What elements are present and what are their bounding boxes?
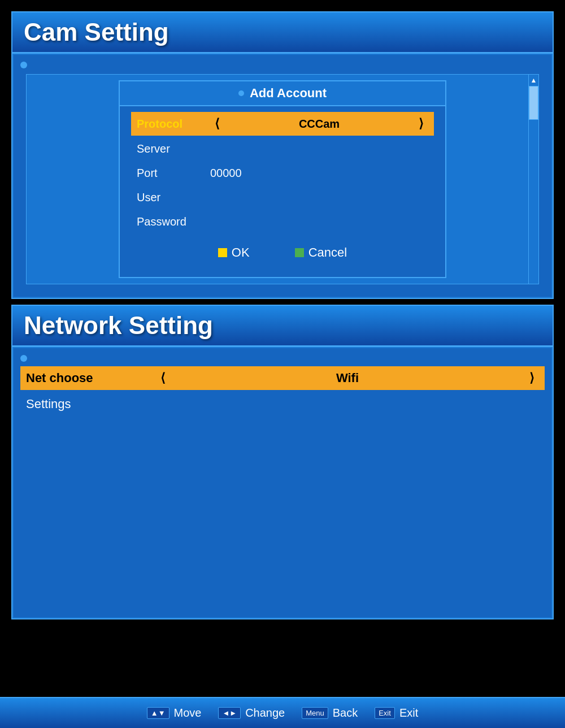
scrollbar-arrow-up[interactable]: ▲ xyxy=(529,75,538,86)
bottom-bar: ▲▼ Move ◄► Change Menu Back Exit Exit xyxy=(0,697,565,728)
sections-wrapper: Cam Setting ▲ Add Accou xyxy=(0,0,565,653)
network-section: Network Setting Net choose ⟨ Wifi ⟩ Sett… xyxy=(11,305,554,619)
password-label: Password xyxy=(137,215,210,228)
network-title: Network Setting xyxy=(24,311,213,339)
add-account-dialog: Add Account Protocol ⟨ CCCam ⟩ xyxy=(119,80,446,278)
dialog-buttons: OK Cancel xyxy=(131,234,434,266)
change-label: Change xyxy=(245,707,285,720)
network-body: Net choose ⟨ Wifi ⟩ Settings xyxy=(12,347,553,618)
ok-button[interactable]: OK xyxy=(218,245,250,260)
dialog-title: Add Account xyxy=(250,86,327,101)
exit-control[interactable]: Exit Exit xyxy=(375,707,418,720)
network-header: Network Setting xyxy=(12,306,553,347)
move-label: Move xyxy=(174,707,202,720)
server-row: Server xyxy=(131,137,434,161)
add-account-dialog-wrap: ▲ Add Account xyxy=(26,74,539,284)
protocol-value: CCCam xyxy=(299,118,340,131)
net-choose-label: Net choose xyxy=(26,371,156,385)
page-wrapper: Cam Setting ▲ Add Accou xyxy=(0,0,565,728)
net-left-arrow[interactable]: ⟨ xyxy=(160,371,166,385)
ok-icon xyxy=(218,248,227,257)
cancel-icon xyxy=(295,248,304,257)
ok-label: OK xyxy=(232,245,250,260)
protocol-label: Protocol xyxy=(137,118,210,131)
net-right-arrow[interactable]: ⟩ xyxy=(529,371,534,385)
scrollbar[interactable]: ▲ xyxy=(528,75,538,284)
port-row: Port 00000 xyxy=(131,161,434,185)
user-row: User xyxy=(131,185,434,210)
protocol-selector[interactable]: ⟨ CCCam ⟩ xyxy=(210,115,428,132)
change-icon: ◄► xyxy=(218,707,241,719)
settings-label: Settings xyxy=(26,397,71,411)
cam-section: Cam Setting ▲ Add Accou xyxy=(11,11,554,299)
back-control[interactable]: Menu Back xyxy=(302,707,358,720)
dialog-header: Add Account xyxy=(120,81,445,106)
protocol-left-arrow[interactable]: ⟨ xyxy=(215,116,220,131)
password-row: Password xyxy=(131,210,434,234)
cancel-label: Cancel xyxy=(308,245,347,260)
protocol-right-arrow[interactable]: ⟩ xyxy=(419,116,424,131)
cam-title: Cam Setting xyxy=(24,18,169,46)
cam-indicator xyxy=(20,62,27,68)
exit-label: Exit xyxy=(399,707,418,720)
menu-tag: Menu xyxy=(302,707,328,719)
net-choose-row[interactable]: Net choose ⟨ Wifi ⟩ xyxy=(20,366,545,390)
cancel-button[interactable]: Cancel xyxy=(295,245,347,260)
settings-row: Settings xyxy=(20,391,545,417)
back-label: Back xyxy=(333,707,358,720)
port-label: Port xyxy=(137,167,210,180)
move-control: ▲▼ Move xyxy=(147,707,202,720)
scrollbar-thumb[interactable] xyxy=(529,86,538,120)
port-value: 00000 xyxy=(210,167,242,180)
exit-tag: Exit xyxy=(375,707,395,719)
user-label: User xyxy=(137,191,210,204)
net-choose-value: Wifi xyxy=(336,371,359,385)
dialog-body: Protocol ⟨ CCCam ⟩ Server xyxy=(120,106,445,277)
change-control: ◄► Change xyxy=(218,707,285,720)
cam-body: ▲ Add Account xyxy=(12,54,553,298)
protocol-row[interactable]: Protocol ⟨ CCCam ⟩ xyxy=(131,112,434,136)
server-label: Server xyxy=(137,142,210,155)
net-indicator xyxy=(20,355,27,362)
move-icon: ▲▼ xyxy=(147,707,169,719)
cam-header: Cam Setting xyxy=(12,12,553,54)
net-choose-selector[interactable]: ⟨ Wifi ⟩ xyxy=(156,371,539,385)
dialog-indicator xyxy=(238,90,244,96)
